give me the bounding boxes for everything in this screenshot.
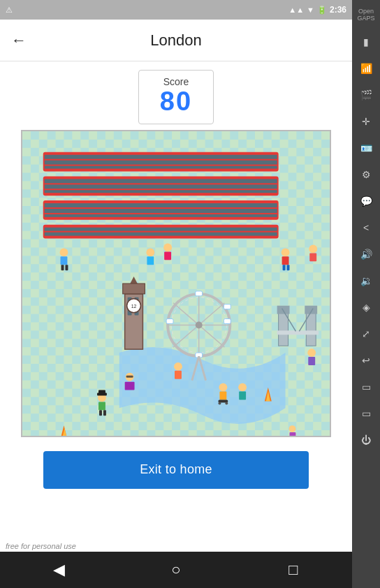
svg-point-78 [307,348,316,357]
svg-rect-63 [103,410,106,416]
erase-side-icon[interactable]: ◈ [353,295,379,320]
svg-rect-60 [98,390,105,394]
svg-rect-11 [45,184,277,189]
exit-to-home-button[interactable]: Exit to home [43,451,309,489]
nav-home-button[interactable]: ○ [159,554,193,585]
chat-side-icon[interactable]: 💬 [353,189,379,214]
svg-point-84 [309,244,317,253]
game-area: 12 [21,130,331,437]
warning-icon: ⚠ [6,6,13,15]
signal-icon: ▲▲ [288,6,304,14]
svg-rect-8 [45,166,277,168]
svg-rect-6 [45,154,277,159]
svg-rect-19 [45,232,277,235]
score-card: Score 80 [138,70,214,124]
main-content: ← London Score 80 [0,20,352,588]
volume-down-icon[interactable]: 🔉 [353,268,379,293]
svg-rect-57 [65,265,68,270]
svg-point-42 [196,321,203,328]
svg-rect-70 [239,391,246,399]
volume-up-icon[interactable]: 🔊 [353,242,379,267]
game-scene: 12 [22,131,330,436]
svg-rect-35 [196,291,203,296]
side-panel: OpenGAPS ▮ 📶 🎬 ✛ 🪪 ⚙ 💬 < 🔊 🔉 ◈ ⤢ ↩ ▭ ▭ ⏻ [352,0,380,588]
status-bar-right: ▲▲ ▼ 🔋 2:36 [288,5,346,15]
wifi-icon: ▼ [307,6,314,14]
svg-point-69 [238,383,247,391]
svg-rect-55 [61,256,68,265]
svg-point-74 [218,402,221,404]
svg-rect-37 [224,318,231,323]
svg-point-88 [289,425,296,432]
svg-rect-18 [45,228,277,231]
svg-rect-51 [282,256,289,265]
undo-side-icon[interactable]: ↩ [353,348,379,373]
svg-point-71 [219,383,227,391]
battery-side-icon[interactable]: ▮ [353,29,379,54]
svg-rect-85 [309,253,316,261]
watermark: free for personal use [6,542,76,550]
svg-rect-44 [306,311,316,346]
page-title: London [38,31,314,50]
svg-rect-66 [125,382,135,390]
nav-recent-button[interactable]: □ [276,554,311,585]
score-section: Score 80 [0,61,352,130]
status-bar-left: ⚠ [6,6,13,15]
svg-rect-77 [164,251,171,260]
svg-rect-52 [283,265,286,270]
status-bar: ⚠ ▲▲ ▼ 🔋 2:36 [0,0,352,20]
svg-point-76 [163,243,172,251]
svg-point-86 [146,248,154,256]
svg-rect-89 [290,432,296,436]
svg-rect-7 [45,160,277,164]
svg-rect-65 [126,376,133,378]
wifi-side-icon[interactable]: 📶 [353,56,379,81]
svg-text:12: 12 [131,303,137,308]
nav-back-button[interactable]: ◀ [41,554,76,585]
back-button[interactable]: ← [11,31,27,50]
svg-rect-79 [308,357,315,365]
video-side-icon[interactable]: 🎬 [353,82,379,108]
svg-rect-39 [166,318,173,323]
settings-side-icon[interactable]: ⚙ [353,162,379,187]
svg-point-54 [60,248,68,256]
svg-point-67 [174,362,182,371]
svg-rect-87 [147,256,154,265]
id-side-icon[interactable]: 🪪 [353,135,379,161]
svg-rect-53 [287,265,290,270]
tab-side-icon[interactable]: ▭ [353,374,379,399]
share-side-icon[interactable]: < [353,215,379,240]
svg-rect-56 [61,265,64,270]
svg-rect-72 [219,391,226,399]
svg-rect-16 [45,214,277,217]
svg-rect-61 [98,402,105,410]
svg-rect-68 [175,371,182,379]
svg-rect-10 [45,179,277,183]
score-label: Score [160,76,192,87]
svg-rect-12 [45,190,277,193]
battery-icon: 🔋 [317,6,327,15]
power-side-icon[interactable]: ⏻ [353,427,379,453]
svg-rect-62 [99,410,102,416]
opengapps-label: OpenGAPS [353,3,379,28]
svg-point-50 [282,248,290,256]
nav-bar: ◀ ○ □ [0,552,352,588]
header: ← London [0,20,352,61]
svg-rect-17 [43,225,279,239]
move-side-icon[interactable]: ✛ [353,109,379,134]
tab2-side-icon[interactable]: ▭ [353,401,379,426]
svg-rect-36 [224,304,231,309]
svg-rect-14 [45,203,277,207]
time-display: 2:36 [330,5,346,15]
score-value: 80 [160,87,192,117]
svg-rect-15 [45,209,277,213]
svg-rect-47 [277,330,319,335]
exit-button-wrapper: Exit to home [0,437,352,503]
svg-point-75 [225,402,228,404]
expand-side-icon[interactable]: ⤢ [353,321,379,346]
svg-rect-28 [123,284,145,294]
